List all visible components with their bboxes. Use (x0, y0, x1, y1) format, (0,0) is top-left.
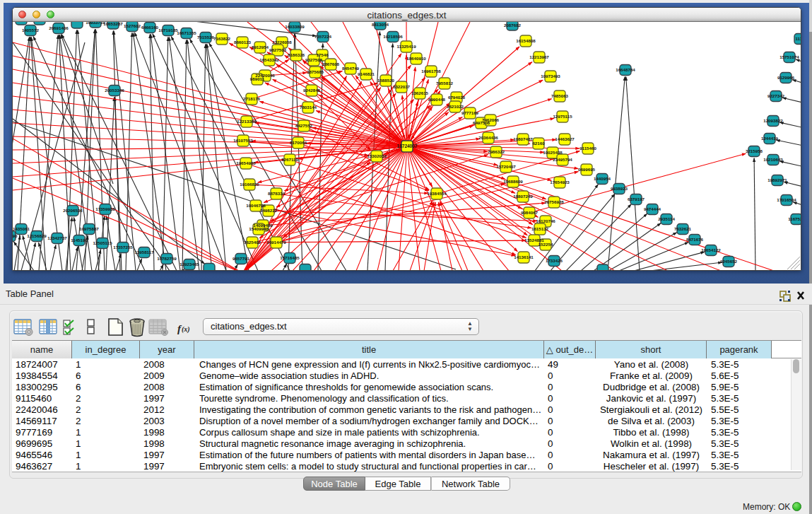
svg-text:13958117: 13958117 (134, 250, 154, 255)
svg-text:1405572: 1405572 (22, 28, 40, 33)
svg-text:20691406: 20691406 (49, 25, 69, 30)
svg-text:1145190: 1145190 (71, 238, 88, 243)
svg-text:152254: 152254 (539, 242, 553, 247)
svg-text:7515526: 7515526 (197, 35, 215, 40)
svg-text:3215958: 3215958 (746, 148, 763, 153)
svg-text:16543342: 16543342 (259, 57, 279, 62)
svg-text:8267110: 8267110 (281, 157, 298, 162)
svg-text:8813054: 8813054 (372, 22, 389, 27)
svg-text:8990448: 8990448 (428, 97, 446, 102)
svg-text:2087682: 2087682 (504, 23, 522, 28)
svg-text:16671355: 16671355 (177, 30, 196, 35)
svg-text:0699695: 0699695 (578, 167, 596, 172)
svg-text:8660123: 8660123 (234, 40, 252, 45)
svg-text:10782759: 10782759 (157, 256, 177, 261)
svg-text:20206536: 20206536 (63, 208, 83, 213)
svg-text:7462066: 7462066 (482, 117, 500, 122)
svg-text:18807249: 18807249 (513, 194, 533, 199)
svg-text:10933719: 10933719 (86, 22, 105, 25)
svg-text:11325419: 11325419 (396, 44, 416, 49)
svg-text:19166825: 19166825 (240, 182, 259, 187)
svg-text:9827503: 9827503 (269, 47, 287, 52)
svg-text:15720407: 15720407 (496, 164, 516, 169)
svg-text:9115460: 9115460 (579, 146, 596, 151)
svg-text:1527602: 1527602 (124, 23, 141, 28)
svg-text:7955812: 7955812 (436, 81, 454, 86)
svg-text:10975887: 10975887 (79, 226, 99, 231)
svg-text:8170064: 8170064 (290, 140, 307, 145)
svg-text:20053346: 20053346 (105, 88, 124, 93)
svg-text:1167533: 1167533 (788, 216, 801, 221)
svg-text:17016504: 17016504 (777, 197, 796, 202)
svg-text:10688609: 10688609 (503, 179, 523, 184)
svg-text:14463627: 14463627 (555, 136, 575, 141)
svg-text:9938923: 9938923 (611, 186, 628, 191)
svg-text:1117: 1117 (795, 36, 801, 41)
svg-text:16648784: 16648784 (616, 67, 635, 72)
svg-text:15751074: 15751074 (779, 54, 799, 59)
svg-text:1435061: 1435061 (13, 226, 30, 231)
svg-text:15716485: 15716485 (280, 255, 300, 260)
svg-text:15409948: 15409948 (249, 226, 269, 231)
svg-text:12923465: 12923465 (180, 262, 199, 267)
svg-text:(x): (x) (182, 325, 190, 334)
svg-text:1733426: 1733426 (546, 258, 563, 263)
svg-text:16033809: 16033809 (285, 24, 305, 29)
svg-text:10046798: 10046798 (246, 203, 266, 208)
svg-text:17654923: 17654923 (550, 180, 570, 185)
svg-text:6794028: 6794028 (448, 95, 466, 100)
svg-text:19218506: 19218506 (383, 34, 403, 39)
svg-text:1588520: 1588520 (377, 78, 395, 83)
svg-text:391590: 391590 (13, 233, 18, 238)
svg-text:1440954: 1440954 (594, 176, 611, 181)
svg-text:7357224: 7357224 (314, 34, 332, 39)
svg-text:9084067: 9084067 (521, 210, 539, 215)
svg-text:3498222: 3498222 (260, 208, 278, 213)
svg-text:16107553: 16107553 (233, 138, 253, 143)
svg-text:12975115: 12975115 (553, 114, 572, 119)
svg-text:9146821: 9146821 (358, 71, 375, 76)
svg-text:9657791: 9657791 (233, 256, 250, 261)
svg-text:8427552: 8427552 (295, 123, 313, 128)
svg-text:7485063: 7485063 (551, 93, 569, 98)
svg-text:9777169: 9777169 (461, 110, 479, 115)
svg-text:19892971: 19892971 (767, 177, 787, 182)
svg-text:23495794: 23495794 (553, 157, 572, 162)
svg-text:6379197: 6379197 (628, 197, 645, 201)
svg-text:2867608: 2867608 (322, 62, 340, 66)
svg-text:12342737: 12342737 (47, 235, 67, 240)
svg-text:10807487: 10807487 (513, 136, 533, 141)
svg-text:10025438: 10025438 (543, 150, 563, 155)
svg-text:6466160: 6466160 (141, 25, 159, 30)
svg-text:17546: 17546 (316, 52, 329, 57)
svg-text:3875685: 3875685 (307, 69, 324, 74)
svg-text:12213967: 12213967 (529, 54, 549, 59)
svg-text:16961758: 16961758 (421, 69, 441, 74)
svg-text:18640910: 18640910 (406, 56, 426, 61)
svg-text:10210643: 10210643 (763, 157, 783, 162)
svg-text:19654985: 19654985 (236, 160, 256, 165)
svg-text:7632621: 7632621 (674, 226, 692, 231)
svg-text:9242848: 9242848 (303, 88, 321, 93)
svg-text:1621022: 1621022 (447, 104, 464, 109)
svg-text:1362615: 1362615 (411, 90, 429, 95)
svg-text:7625402: 7625402 (244, 240, 261, 245)
svg-text:7803144: 7803144 (300, 105, 317, 110)
svg-text:9245652: 9245652 (720, 259, 738, 264)
svg-text:8912954: 8912954 (252, 45, 269, 49)
svg-text:7986322: 7986322 (488, 149, 505, 154)
svg-text:12093822: 12093822 (763, 118, 783, 123)
svg-text:19384554: 19384554 (427, 191, 447, 196)
svg-text:989011: 989011 (250, 76, 265, 81)
svg-text:12505115: 12505115 (93, 240, 112, 245)
svg-text:14136141: 14136141 (514, 255, 534, 259)
svg-text:9129966: 9129966 (777, 75, 795, 80)
svg-text:10719185: 10719185 (158, 28, 178, 33)
svg-text:8186328: 8186328 (288, 52, 305, 57)
svg-text:1244419: 1244419 (761, 136, 779, 141)
svg-text:16914479: 16914479 (266, 240, 286, 245)
svg-text:16120746: 16120746 (536, 218, 555, 223)
svg-text:10654122: 10654122 (701, 247, 721, 252)
svg-text:9327508: 9327508 (305, 57, 323, 62)
svg-text:17359938: 17359938 (95, 206, 115, 211)
